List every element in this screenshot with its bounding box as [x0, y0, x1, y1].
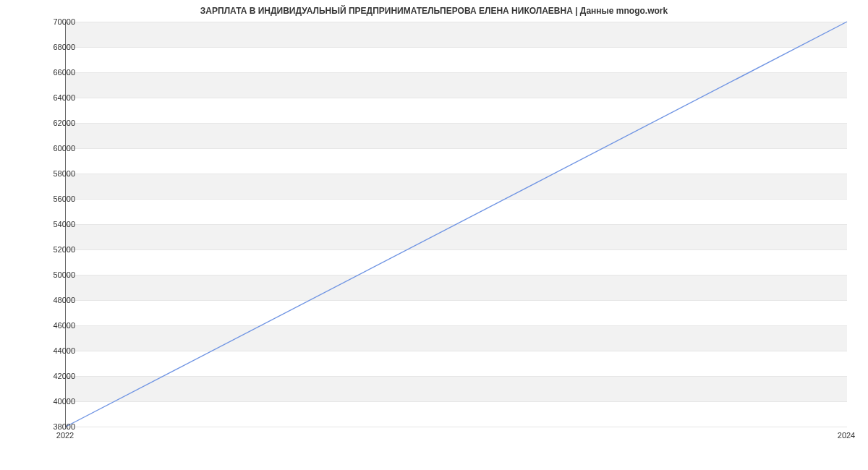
line-layer	[66, 22, 847, 427]
y-tick-label: 54000	[32, 220, 75, 228]
y-tick-label: 60000	[32, 144, 75, 153]
y-gridline	[66, 427, 847, 427]
y-tick-label: 48000	[32, 296, 75, 304]
y-tick-label: 70000	[32, 17, 75, 26]
salary-line-chart: ЗАРПЛАТА В ИНДИВИДУАЛЬНЫЙ ПРЕДПРИНИМАТЕЛ…	[0, 0, 868, 470]
x-tick-label: 2022	[56, 431, 74, 440]
y-tick-label: 50000	[32, 270, 75, 279]
y-tick-label: 52000	[32, 245, 75, 254]
series-line	[66, 22, 847, 427]
y-tick-label: 40000	[32, 397, 75, 406]
y-tick-label: 64000	[32, 93, 75, 102]
plot-area	[65, 22, 847, 427]
y-tick-label: 68000	[32, 43, 75, 51]
y-tick-label: 56000	[32, 195, 75, 203]
y-tick-label: 58000	[32, 169, 75, 178]
y-tick-label: 42000	[32, 372, 75, 380]
x-tick-label: 2024	[838, 431, 855, 440]
y-tick-label: 62000	[32, 119, 75, 127]
y-tick-label: 66000	[32, 68, 75, 77]
chart-title: ЗАРПЛАТА В ИНДИВИДУАЛЬНЫЙ ПРЕДПРИНИМАТЕЛ…	[0, 6, 868, 16]
y-tick-label: 44000	[32, 346, 75, 355]
y-tick-label: 46000	[32, 321, 75, 330]
y-tick-label: 38000	[32, 422, 75, 431]
